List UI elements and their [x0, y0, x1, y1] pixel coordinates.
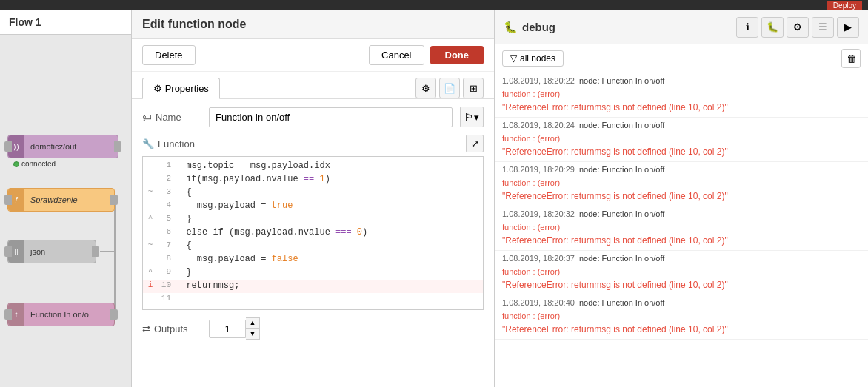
debug-message-group: 1.08.2019, 18:20:40 node: Function In on… — [495, 295, 868, 340]
code-line-7: ~ 7 { — [143, 240, 483, 253]
status-dot — [13, 161, 19, 167]
edit-actions: Delete Cancel Done — [132, 39, 494, 72]
node-domoticz[interactable]: ⟩) domoticz/out — [7, 135, 118, 158]
top-bar: Deploy — [0, 0, 868, 10]
debug-msg-header: 1.08.2019, 18:20:32 node: Function In on… — [495, 206, 868, 221]
node-sprawdzenie[interactable]: f Sprawdzenie — [7, 188, 115, 212]
name-label: 🏷 Name — [142, 112, 201, 123]
cancel-button[interactable]: Cancel — [369, 45, 424, 65]
code-line-10: i 10 returnmsg; — [143, 280, 483, 293]
debug-msg-error-label: function : (error) — [495, 266, 868, 277]
debug-msg-error-label: function : (error) — [495, 88, 868, 100]
debug-msg-error-value: "ReferenceError: returnmsg is not define… — [495, 322, 868, 339]
edit-content: 🏷 Name 🏳▾ 🔧 Function ⤢ 1 msg.to — [132, 99, 494, 387]
main-layout: Flow 1 ⟩) domoticz/out connected f Spraw… — [0, 10, 868, 387]
debug-panel: 🐛 debug ℹ 🐛 ⚙ ☰ ▶ ▽ all nodes 🗑 1.08.201… — [495, 10, 868, 387]
tab-icon-doc[interactable]: 📄 — [439, 78, 460, 98]
connector-left — [4, 141, 12, 152]
connector-left — [4, 195, 12, 205]
expand-button[interactable]: ⤢ — [466, 135, 484, 152]
debug-icon: 🐛 — [504, 21, 518, 34]
outputs-row: ⇄ Outputs ▲ ▼ — [142, 317, 484, 340]
debug-message-group: 1.08.2019, 18:20:29 node: Function In on… — [495, 162, 868, 206]
status-label: connected — [21, 160, 56, 168]
node-label-function: Function In on/o — [24, 310, 114, 319]
wrench-icon: 🔧 — [142, 138, 154, 149]
debug-info-button[interactable]: ℹ — [736, 17, 758, 38]
outputs-icon: ⇄ — [142, 323, 150, 334]
edit-panel: Edit function node Delete Cancel Done ⚙ … — [132, 10, 495, 387]
connector-left — [4, 246, 12, 257]
flag-button[interactable]: 🏳▾ — [460, 107, 484, 127]
debug-msg-header: 1.08.2019, 18:20:24 node: Function In on… — [495, 118, 868, 132]
debug-message-group: 1.08.2019, 18:20:32 node: Function In on… — [495, 206, 868, 251]
debug-message-group: 1.08.2019, 18:20:22 node: Function In on… — [495, 73, 868, 118]
debug-msg-error-label: function : (error) — [495, 310, 868, 322]
outputs-spinner-container: ▲ ▼ — [209, 317, 260, 340]
code-line-6: 6 else if (msg.payload.nvalue === 0) — [143, 226, 483, 240]
code-line-11: 11 — [143, 293, 483, 306]
debug-header-buttons: ℹ 🐛 ⚙ ☰ ▶ — [736, 17, 859, 38]
code-line-3: ~ 3 { — [143, 186, 483, 200]
flow-canvas: Flow 1 ⟩) domoticz/out connected f Spraw… — [0, 10, 132, 387]
code-line-1: 1 msg.topic = msg.payload.idx — [143, 160, 483, 173]
name-field-row: 🏷 Name 🏳▾ — [142, 107, 484, 127]
connector-right — [110, 309, 118, 320]
deploy-button[interactable]: Deploy — [827, 1, 862, 10]
code-line-9: ^ 9 } — [143, 266, 483, 280]
spinner-up-button[interactable]: ▲ — [246, 318, 259, 329]
tag-icon: 🏷 — [142, 112, 152, 123]
debug-list-button[interactable]: ☰ — [812, 17, 834, 38]
debug-msg-error-value: "ReferenceError: returnmsg is not define… — [495, 277, 868, 295]
delete-button[interactable]: Delete — [142, 45, 196, 65]
connector-right — [114, 141, 121, 152]
debug-msg-header: 1.08.2019, 18:20:22 node: Function In on… — [495, 73, 868, 88]
debug-msg-error-label: function : (error) — [495, 177, 868, 189]
code-editor[interactable]: 1 msg.topic = msg.payload.idx 2 if(msg.p… — [142, 156, 484, 310]
outputs-label: ⇄ Outputs — [142, 323, 201, 334]
debug-message-group: 1.08.2019, 18:20:24 node: Function In on… — [495, 118, 868, 162]
filter-all-nodes-button[interactable]: ▽ all nodes — [502, 50, 564, 67]
tab-icon-gear[interactable]: ⚙ — [415, 78, 436, 98]
code-line-2: 2 if(msg.payload.nvalue == 1) — [143, 173, 483, 186]
name-input[interactable] — [209, 107, 453, 127]
debug-message-group: 1.08.2019, 18:20:37 node: Function In on… — [495, 251, 868, 295]
node-label-domoticz: domoticz/out — [24, 142, 118, 151]
tab-properties[interactable]: ⚙ Properties — [142, 78, 220, 99]
debug-msg-error-label: function : (error) — [495, 221, 868, 233]
debug-msg-error-value: "ReferenceError: returnmsg is not define… — [495, 189, 868, 206]
node-label-json: json — [24, 247, 96, 256]
debug-msg-error-value: "ReferenceError: returnmsg is not define… — [495, 100, 868, 117]
tab-icons: ⚙ 📄 ⊞ — [415, 78, 484, 98]
spinner-buttons: ▲ ▼ — [246, 317, 260, 340]
connector-right — [110, 195, 118, 205]
function-section: 🔧 Function ⤢ 1 msg.topic = msg.payload.i… — [142, 135, 484, 310]
debug-gear-button[interactable]: ⚙ — [787, 17, 809, 38]
node-label-sprawdzenie: Sprawdzenie — [24, 195, 114, 204]
filter-icon: ▽ — [510, 53, 517, 64]
outputs-input[interactable] — [209, 320, 246, 338]
debug-bug-button[interactable]: 🐛 — [761, 17, 784, 38]
code-line-4: 4 msg.payload = true — [143, 200, 483, 213]
flow-tab[interactable]: Flow 1 — [0, 10, 131, 35]
tab-icon-grid[interactable]: ⊞ — [463, 78, 484, 98]
connector-left — [4, 309, 12, 320]
debug-header: 🐛 debug ℹ 🐛 ⚙ ☰ ▶ — [495, 10, 868, 44]
debug-title: 🐛 debug — [504, 21, 730, 34]
debug-messages[interactable]: 1.08.2019, 18:20:22 node: Function In on… — [495, 73, 868, 387]
debug-msg-header: 1.08.2019, 18:20:37 node: Function In on… — [495, 251, 868, 266]
node-json[interactable]: {} json — [7, 240, 96, 263]
debug-filter: ▽ all nodes 🗑 — [495, 44, 868, 73]
filter-clear-button[interactable]: 🗑 — [841, 49, 861, 68]
node-function[interactable]: f Function In on/o — [7, 303, 115, 326]
edit-panel-title: Edit function node — [132, 10, 494, 39]
code-line-8: 8 msg.payload = false — [143, 253, 483, 266]
edit-tabs: ⚙ Properties ⚙ 📄 ⊞ — [132, 72, 494, 99]
debug-msg-error-value: "ReferenceError: returnmsg is not define… — [495, 233, 868, 250]
debug-msg-error-value: "ReferenceError: returnmsg is not define… — [495, 144, 868, 161]
node-status-domoticz: connected — [13, 160, 56, 168]
done-button[interactable]: Done — [430, 46, 484, 64]
debug-arrow-button[interactable]: ▶ — [837, 17, 859, 38]
spinner-down-button[interactable]: ▼ — [246, 329, 259, 339]
connector-right — [92, 246, 99, 257]
